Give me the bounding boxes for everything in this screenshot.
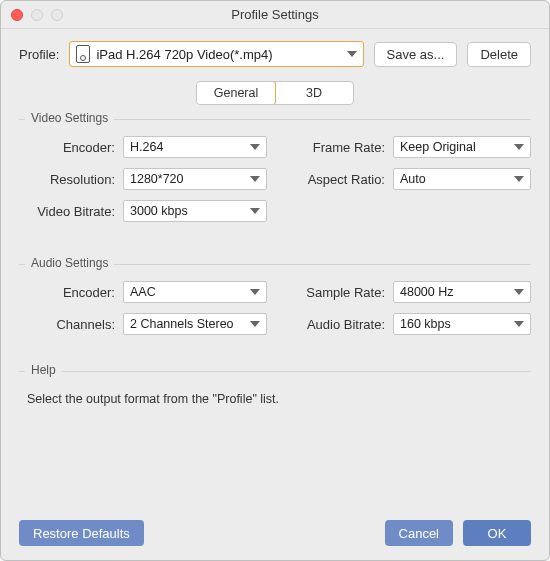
chevron-down-icon <box>250 208 260 214</box>
content-area: Profile: iPad H.264 720p Video(*.mp4) Sa… <box>1 29 549 450</box>
cancel-button[interactable]: Cancel <box>385 520 453 546</box>
window-controls <box>11 9 63 21</box>
chevron-down-icon <box>250 144 260 150</box>
profile-selected-text: iPad H.264 720p Video(*.mp4) <box>96 47 336 62</box>
chevron-down-icon <box>514 144 524 150</box>
frame-rate-select[interactable]: Keep Original <box>393 136 531 158</box>
aspect-ratio-value: Auto <box>400 172 426 186</box>
audio-settings-label: Audio Settings <box>25 256 114 270</box>
field-video-bitrate: Video Bitrate: 3000 kbps <box>19 200 267 222</box>
audio-settings-group: Audio Settings Encoder: AAC Sample Rate:… <box>19 264 531 339</box>
ok-button[interactable]: OK <box>463 520 531 546</box>
audio-bitrate-value: 160 kbps <box>400 317 451 331</box>
aspect-ratio-select[interactable]: Auto <box>393 168 531 190</box>
profile-label: Profile: <box>19 47 59 62</box>
video-bitrate-select[interactable]: 3000 kbps <box>123 200 267 222</box>
field-video-encoder: Encoder: H.264 <box>19 136 267 158</box>
ipad-icon <box>76 45 90 63</box>
frame-rate-value: Keep Original <box>400 140 476 154</box>
resolution-value: 1280*720 <box>130 172 184 186</box>
restore-defaults-button[interactable]: Restore Defaults <box>19 520 144 546</box>
tab-3d[interactable]: 3D <box>275 82 353 104</box>
field-aspect-ratio: Aspect Ratio: Auto <box>283 168 531 190</box>
minimize-icon <box>31 9 43 21</box>
chevron-down-icon <box>250 176 260 182</box>
profile-select[interactable]: iPad H.264 720p Video(*.mp4) <box>69 41 363 67</box>
zoom-icon <box>51 9 63 21</box>
close-icon[interactable] <box>11 9 23 21</box>
field-sample-rate: Sample Rate: 48000 Hz <box>283 281 531 303</box>
footer: Restore Defaults Cancel OK <box>19 520 531 546</box>
help-label: Help <box>25 363 62 377</box>
audio-bitrate-label: Audio Bitrate: <box>283 317 393 332</box>
resolution-label: Resolution: <box>19 172 123 187</box>
sample-rate-value: 48000 Hz <box>400 285 454 299</box>
profile-settings-window: Profile Settings Profile: iPad H.264 720… <box>0 0 550 561</box>
audio-encoder-value: AAC <box>130 285 156 299</box>
aspect-ratio-label: Aspect Ratio: <box>283 172 393 187</box>
chevron-down-icon <box>514 176 524 182</box>
help-text: Select the output format from the "Profi… <box>19 388 531 446</box>
chevron-down-icon <box>514 289 524 295</box>
channels-label: Channels: <box>19 317 123 332</box>
profile-row: Profile: iPad H.264 720p Video(*.mp4) Sa… <box>19 41 531 67</box>
audio-encoder-select[interactable]: AAC <box>123 281 267 303</box>
video-bitrate-value: 3000 kbps <box>130 204 188 218</box>
video-settings-group: Video Settings Encoder: H.264 Frame Rate… <box>19 119 531 226</box>
tab-general[interactable]: General <box>196 81 276 105</box>
resolution-select[interactable]: 1280*720 <box>123 168 267 190</box>
tab-segmented-control: General 3D <box>196 81 354 105</box>
sample-rate-select[interactable]: 48000 Hz <box>393 281 531 303</box>
help-group: Help Select the output format from the "… <box>19 371 531 450</box>
frame-rate-label: Frame Rate: <box>283 140 393 155</box>
chevron-down-icon <box>514 321 524 327</box>
field-frame-rate: Frame Rate: Keep Original <box>283 136 531 158</box>
field-audio-bitrate: Audio Bitrate: 160 kbps <box>283 313 531 335</box>
audio-bitrate-select[interactable]: 160 kbps <box>393 313 531 335</box>
audio-encoder-label: Encoder: <box>19 285 123 300</box>
delete-button[interactable]: Delete <box>467 42 531 67</box>
video-bitrate-label: Video Bitrate: <box>19 204 123 219</box>
sample-rate-label: Sample Rate: <box>283 285 393 300</box>
field-audio-encoder: Encoder: AAC <box>19 281 267 303</box>
field-channels: Channels: 2 Channels Stereo <box>19 313 267 335</box>
channels-value: 2 Channels Stereo <box>130 317 234 331</box>
field-resolution: Resolution: 1280*720 <box>19 168 267 190</box>
chevron-down-icon <box>347 51 357 57</box>
channels-select[interactable]: 2 Channels Stereo <box>123 313 267 335</box>
window-title: Profile Settings <box>1 7 549 22</box>
chevron-down-icon <box>250 321 260 327</box>
video-encoder-value: H.264 <box>130 140 163 154</box>
video-encoder-select[interactable]: H.264 <box>123 136 267 158</box>
video-settings-label: Video Settings <box>25 111 114 125</box>
video-encoder-label: Encoder: <box>19 140 123 155</box>
titlebar: Profile Settings <box>1 1 549 29</box>
save-as-button[interactable]: Save as... <box>374 42 458 67</box>
chevron-down-icon <box>250 289 260 295</box>
